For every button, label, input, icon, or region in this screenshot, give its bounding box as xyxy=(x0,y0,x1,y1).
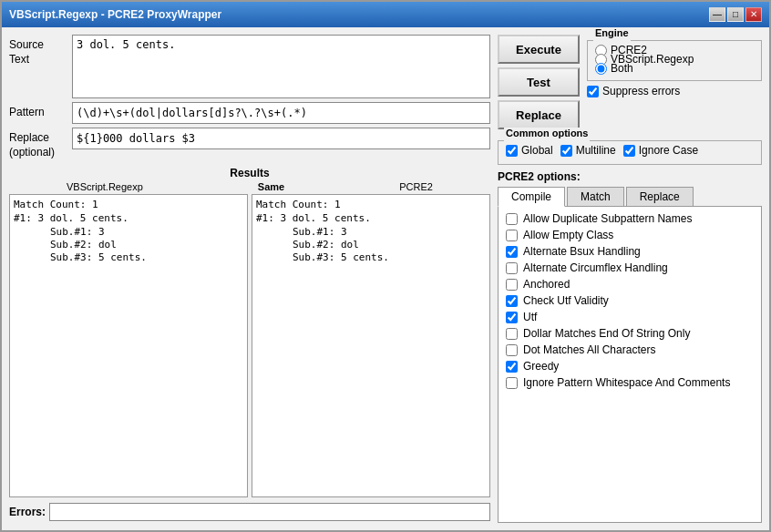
checkbox-dollar-end[interactable] xyxy=(506,328,518,340)
checkbox-utf[interactable] xyxy=(506,312,518,323)
right-top: Execute Test Replace Engine PCRE2 xyxy=(498,35,762,129)
pcre2-tabs: Compile Match Replace xyxy=(498,187,762,207)
label-utf: Utf xyxy=(523,311,537,323)
vbs-sub1: Sub.#1: 3 xyxy=(50,226,243,238)
action-buttons: Execute Test Replace xyxy=(498,35,580,129)
same-label: Same xyxy=(258,181,284,192)
option-allow-duplicate: Allow Duplicate Subpattern Names xyxy=(506,212,754,225)
label-dollar-end: Dollar Matches End Of String Only xyxy=(523,327,690,340)
suppress-errors-checkbox[interactable] xyxy=(587,86,599,97)
suppress-errors-option: Suppress errors xyxy=(587,85,762,97)
pcre2-sub3: Sub.#3: 5 cents. xyxy=(293,251,486,263)
pcre2-options-label: PCRE2 options: xyxy=(498,170,762,183)
multiline-option: Multiline xyxy=(560,144,616,157)
errors-field xyxy=(49,503,490,521)
results-panes: Match Count: 1 #1: 3 dol. 5 cents. Sub.#… xyxy=(9,194,490,497)
errors-bar: Errors: xyxy=(9,501,490,523)
checkbox-check-utf[interactable] xyxy=(506,295,518,307)
title-bar: VBScript.Regexp - PCRE2 ProxyWrapper — □… xyxy=(2,2,769,27)
left-panel: SourceText 3 dol. 5 cents. Pattern Repla… xyxy=(9,35,490,523)
label-alternate-circumflex: Alternate Circumflex Handling xyxy=(523,261,668,274)
results-section: Results VBScript.Regexp Same PCRE2 Match… xyxy=(9,167,490,497)
checkbox-alternate-bsux[interactable] xyxy=(506,246,518,258)
checkbox-anchored[interactable] xyxy=(506,279,518,291)
right-panel: Execute Test Replace Engine PCRE2 xyxy=(498,35,762,523)
common-checkboxes: Global Multiline Ignore Case xyxy=(506,144,754,159)
vbs-result-pane: Match Count: 1 #1: 3 dol. 5 cents. Sub.#… xyxy=(9,194,248,497)
pcre2-sub2: Sub.#2: dol xyxy=(293,239,486,251)
pcre2-match-count: Match Count: 1 xyxy=(256,199,486,210)
tab-match[interactable]: Match xyxy=(567,187,624,206)
option-utf: Utf xyxy=(506,311,754,323)
main-content: SourceText 3 dol. 5 cents. Pattern Repla… xyxy=(2,27,769,530)
multiline-label: Multiline xyxy=(576,144,616,157)
pcre2-column-label: PCRE2 xyxy=(399,181,433,192)
label-check-utf: Check Utf Validity xyxy=(523,294,609,307)
execute-button[interactable]: Execute xyxy=(498,35,580,64)
common-legend: Common options xyxy=(504,128,590,138)
label-anchored: Anchored xyxy=(523,278,570,291)
minimize-button[interactable]: — xyxy=(709,7,725,22)
label-greedy: Greedy xyxy=(523,360,559,373)
source-text-row: SourceText 3 dol. 5 cents. xyxy=(9,35,490,98)
close-button[interactable]: ✕ xyxy=(745,7,762,22)
option-alternate-bsux: Alternate Bsux Handling xyxy=(506,245,754,258)
ignore-case-checkbox[interactable] xyxy=(623,145,635,157)
source-label: SourceText xyxy=(9,35,68,66)
window-controls: — □ ✕ xyxy=(709,7,762,22)
global-checkbox[interactable] xyxy=(506,145,518,157)
checkbox-alternate-circumflex[interactable] xyxy=(506,262,518,274)
pcre2-options-section: PCRE2 options: Compile Match Replace All… xyxy=(498,170,762,523)
vbs-match-count: Match Count: 1 xyxy=(14,199,243,210)
pcre2-result-pane: Match Count: 1 #1: 3 dol. 5 cents. Sub.#… xyxy=(252,194,490,497)
option-dollar-end: Dollar Matches End Of String Only xyxy=(506,327,754,340)
results-columns: VBScript.Regexp Same PCRE2 xyxy=(9,181,490,192)
tab-compile[interactable]: Compile xyxy=(498,187,565,207)
app-window: VBScript.Regexp - PCRE2 ProxyWrapper — □… xyxy=(0,0,771,532)
common-options-group: Common options Global Multiline Ignore C… xyxy=(498,135,762,165)
ignore-case-label: Ignore Case xyxy=(639,144,698,157)
engine-legend: Engine xyxy=(593,27,631,38)
checkbox-allow-empty-class[interactable] xyxy=(506,230,518,241)
checkbox-allow-duplicate[interactable] xyxy=(506,213,518,225)
vbs-sub3: Sub.#3: 5 cents. xyxy=(50,251,243,263)
checkbox-ignore-whitespace[interactable] xyxy=(506,377,518,389)
option-dot-all: Dot Matches All Characters xyxy=(506,343,754,356)
source-input[interactable]: 3 dol. 5 cents. xyxy=(72,35,490,98)
replace-button[interactable]: Replace xyxy=(498,100,580,129)
option-ignore-whitespace: Ignore Pattern Whitespace And Comments xyxy=(506,376,754,389)
tab-replace[interactable]: Replace xyxy=(626,187,694,206)
label-allow-duplicate: Allow Duplicate Subpattern Names xyxy=(523,212,692,225)
checkbox-dot-all[interactable] xyxy=(506,344,518,356)
option-alternate-circumflex: Alternate Circumflex Handling xyxy=(506,261,754,274)
option-greedy: Greedy xyxy=(506,360,754,373)
multiline-checkbox[interactable] xyxy=(560,145,572,157)
test-button[interactable]: Test xyxy=(498,67,580,97)
option-check-utf: Check Utf Validity xyxy=(506,294,754,307)
global-label: Global xyxy=(521,144,553,157)
option-anchored: Anchored xyxy=(506,278,754,291)
pcre2-match-1: #1: 3 dol. 5 cents. xyxy=(256,212,486,224)
replace-input[interactable] xyxy=(72,128,490,149)
window-title: VBScript.Regexp - PCRE2 ProxyWrapper xyxy=(9,8,221,21)
radio-both-label: Both xyxy=(611,62,633,75)
label-dot-all: Dot Matches All Characters xyxy=(523,343,655,356)
replace-row: Replace(optional) xyxy=(9,128,490,159)
engine-group: Engine PCRE2 VBScript.Regexp Both xyxy=(587,35,762,81)
vbs-column-label: VBScript.Regexp xyxy=(67,181,143,192)
label-allow-empty-class: Allow Empty Class xyxy=(523,229,613,241)
label-alternate-bsux: Alternate Bsux Handling xyxy=(523,245,641,258)
radio-both-input[interactable] xyxy=(595,63,607,75)
vbs-sub2: Sub.#2: dol xyxy=(50,239,243,251)
checkbox-greedy[interactable] xyxy=(506,361,518,373)
label-ignore-whitespace: Ignore Pattern Whitespace And Comments xyxy=(523,376,730,389)
maximize-button[interactable]: □ xyxy=(727,7,744,22)
global-option: Global xyxy=(506,144,553,157)
errors-label: Errors: xyxy=(9,506,46,518)
option-allow-empty-class: Allow Empty Class xyxy=(506,229,754,241)
pattern-label: Pattern xyxy=(9,102,68,120)
pattern-input[interactable] xyxy=(72,102,490,124)
replace-label: Replace(optional) xyxy=(9,128,68,159)
pcre2-sub1: Sub.#1: 3 xyxy=(293,226,486,238)
results-header: Results xyxy=(9,167,490,179)
